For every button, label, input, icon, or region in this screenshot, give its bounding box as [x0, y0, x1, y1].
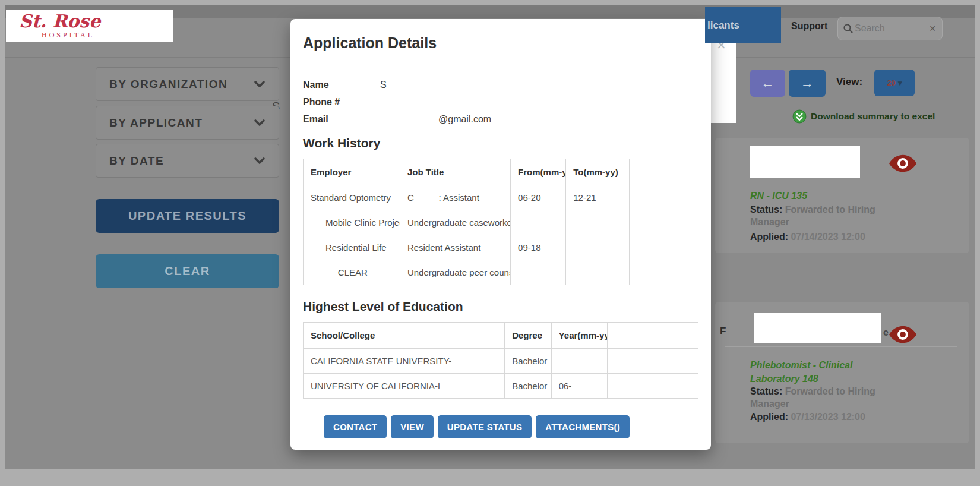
cell-degree: Bachelor: [505, 349, 551, 374]
card-status: Status: Forwarded to Hiring Manager: [750, 385, 894, 410]
cell-to: [566, 210, 629, 235]
caret-down-icon: ▾: [898, 78, 902, 87]
modal-title: Application Details: [303, 34, 437, 51]
excel-download-icon: [792, 109, 807, 124]
status-label: Status:: [750, 204, 782, 214]
left-arrow-icon: ←: [761, 75, 774, 91]
applied-value: 07/13/2023 12:00: [791, 412, 865, 422]
attachments-button[interactable]: ATTACHMENTS(): [536, 415, 630, 438]
filter-by-date-label: BY DATE: [109, 154, 164, 168]
education-heading: Highest Level of Education: [303, 299, 698, 314]
chevron-down-icon: [254, 157, 265, 165]
table-row: Standard Optometry C : Assistant 06-20 1…: [304, 185, 698, 210]
filter-by-organization-label: BY ORGANIZATION: [109, 78, 227, 91]
cell-from: 09-18: [511, 235, 566, 260]
cell-job-title: Undergraduate peer counselor: [400, 260, 510, 285]
card-job-title[interactable]: RN - ICU 135: [750, 189, 928, 203]
status-label: Status:: [750, 386, 782, 396]
cell-job-title: Resident Assistant: [400, 235, 510, 260]
card-divider: [725, 181, 957, 181]
logo-script-text: St. Rose: [19, 11, 100, 31]
applied-value: 07/14/2023 12:00: [791, 232, 865, 242]
update-results-button[interactable]: UPDATE RESULTS: [96, 199, 279, 233]
table-row: CALIFORNIA STATE UNIVERSITY- Bachelor: [304, 349, 698, 374]
next-page-button[interactable]: →: [789, 70, 826, 97]
search-input[interactable]: [855, 23, 927, 34]
cell-from: [511, 210, 566, 235]
page-size-value: 20: [887, 78, 896, 87]
chevron-down-icon: [254, 80, 265, 88]
table-row: UNIVERSITY OF CALIFORNIA-L Bachelor 06-: [304, 374, 698, 399]
work-history-table: Employer Job Title From(mm-yy) To(mm-yy)…: [303, 159, 698, 285]
table-row: CLEAR Undergraduate peer counselor: [304, 260, 698, 285]
cell-to: [566, 235, 629, 260]
cell-from: [511, 260, 566, 285]
cell-school: UNIVERSITY OF CALIFORNIA-L: [304, 374, 505, 399]
filter-by-organization[interactable]: BY ORGANIZATION: [96, 67, 279, 101]
nav-support-link[interactable]: Support: [791, 21, 827, 31]
card-applied: Applied: 07/14/2023 12:00: [750, 232, 865, 242]
filter-by-applicant[interactable]: BY APPLICANT: [96, 106, 279, 140]
cell-empty: [629, 235, 698, 260]
card-name-fragment: e: [883, 327, 889, 338]
application-details-modal: Application Details Name S Phone # Email…: [290, 19, 711, 450]
prev-page-button[interactable]: ←: [750, 70, 785, 97]
cell-year: [551, 349, 607, 374]
eye-icon[interactable]: [889, 326, 916, 343]
applied-label: Applied:: [750, 232, 788, 242]
modal-actions: CONTACT VIEW UPDATE STATUS ATTACHMENTS(): [324, 415, 698, 438]
col-employer: Employer: [304, 159, 400, 185]
cell-employer: CLEAR: [304, 260, 400, 285]
cell-from: 06-20: [511, 185, 566, 210]
table-header-row: School/College Degree Year(mm-yy): [304, 323, 698, 349]
search-icon: [843, 23, 853, 34]
card-applied: Applied: 07/13/2023 12:00: [750, 412, 865, 422]
cell-job-title: C : Assistant: [400, 185, 510, 210]
cell-empty: [608, 374, 698, 399]
modal-header: Application Details: [290, 19, 711, 64]
email-label: Email: [303, 114, 380, 125]
cell-empty: [608, 349, 698, 374]
col-school: School/College: [304, 323, 505, 349]
download-summary-link[interactable]: Download summary to excel: [792, 109, 935, 124]
name-value: S: [380, 80, 387, 90]
page-size-dropdown[interactable]: 20 ▾: [874, 70, 915, 96]
search-clear-icon[interactable]: ✕: [928, 24, 937, 33]
cell-employer: Standard Optometry: [304, 185, 400, 210]
cell-year: 06-: [551, 374, 607, 399]
phone-label: Phone #: [303, 97, 380, 108]
cell-to: [566, 260, 629, 285]
contact-button[interactable]: CONTACT: [324, 415, 387, 438]
col-empty: [608, 323, 698, 349]
cell-empty: [629, 210, 698, 235]
tab-applicants[interactable]: licants: [705, 7, 781, 43]
download-summary-label: Download summary to excel: [811, 111, 935, 122]
view-label: View:: [836, 76, 862, 88]
logo-subtitle: HOSPITAL: [42, 31, 94, 40]
filter-by-date[interactable]: BY DATE: [96, 144, 279, 178]
card-status: Status: Forwarded to Hiring Manager: [750, 203, 894, 228]
email-value: @gmail.com: [380, 114, 491, 125]
name-redaction-box: [750, 146, 860, 178]
clear-button[interactable]: CLEAR: [96, 254, 279, 288]
table-row: Mobile Clinic Project Undergraduate case…: [304, 210, 698, 235]
cell-employer: Mobile Clinic Project: [304, 210, 400, 235]
col-to: To(mm-yy): [566, 159, 629, 185]
card-job-title[interactable]: Phlebotomist - Clinical Laboratory 148: [750, 358, 872, 386]
chevron-down-icon: [254, 119, 265, 127]
view-button[interactable]: VIEW: [391, 415, 434, 438]
applicant-card[interactable]: RN - ICU 135 Status: Forwarded to Hiring…: [715, 138, 969, 253]
table-row: Residential Life Resident Assistant 09-1…: [304, 235, 698, 260]
eye-icon[interactable]: [889, 154, 916, 172]
logo[interactable]: St. Rose HOSPITAL: [6, 10, 173, 42]
table-header-row: Employer Job Title From(mm-yy) To(mm-yy): [304, 159, 698, 185]
card-divider: [725, 346, 957, 347]
tab-applicants-label: licants: [707, 20, 739, 31]
update-status-button[interactable]: UPDATE STATUS: [438, 415, 532, 438]
applicant-card[interactable]: F e Phlebotomist - Clinical Laboratory 1…: [715, 302, 969, 443]
cell-school: CALIFORNIA STATE UNIVERSITY-: [304, 349, 505, 374]
search-box[interactable]: ✕: [837, 17, 943, 40]
cell-empty: [629, 260, 698, 285]
col-empty: [629, 159, 698, 185]
work-history-heading: Work History: [303, 136, 698, 150]
